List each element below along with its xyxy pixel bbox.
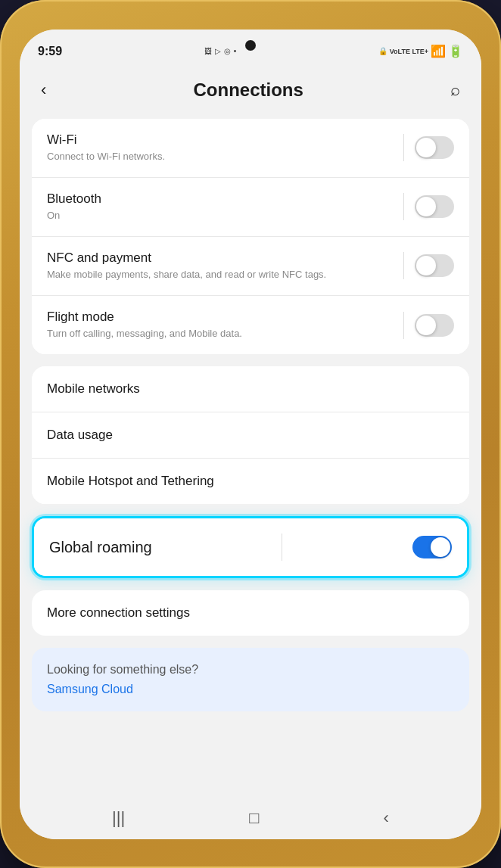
bluetooth-title: Bluetooth: [47, 191, 393, 207]
dot-indicator: •: [234, 47, 237, 55]
bluetooth-divider: [403, 193, 404, 220]
global-roaming-divider: [282, 534, 282, 561]
flight-divider: [403, 312, 404, 339]
nfc-divider: [403, 252, 404, 279]
flight-title: Flight mode: [47, 310, 393, 325]
battery-icon: 🔋: [448, 44, 463, 58]
photo-icon: 🖼: [204, 47, 212, 55]
back-button[interactable]: ‹: [35, 74, 52, 106]
content-area: Wi-Fi Connect to Wi-Fi networks. Bluetoo…: [20, 113, 481, 797]
more-settings-item[interactable]: More connection settings: [32, 590, 469, 636]
wifi-info: Wi-Fi Connect to Wi-Fi networks.: [47, 132, 393, 163]
camera-notch: [245, 40, 256, 51]
header: ‹ Connections ⌕: [20, 67, 481, 113]
looking-section: Looking for something else? Samsung Clou…: [32, 648, 469, 711]
bluetooth-info: Bluetooth On: [47, 191, 393, 222]
home-button[interactable]: □: [237, 802, 271, 834]
flight-mode-item[interactable]: Flight mode Turn off calling, messaging,…: [32, 296, 469, 354]
network-list-group: Mobile networks Data usage Mobile Hotspo…: [32, 366, 469, 504]
samsung-cloud-link[interactable]: Samsung Cloud: [47, 683, 454, 696]
wifi-divider: [403, 134, 404, 161]
nfc-info: NFC and payment Make mobile payments, sh…: [47, 250, 393, 282]
signal-icon: 📶: [431, 44, 446, 58]
nfc-item[interactable]: NFC and payment Make mobile payments, sh…: [32, 237, 469, 296]
global-roaming-container: Global roaming: [32, 516, 469, 578]
more-settings-group: More connection settings: [32, 590, 469, 636]
search-button[interactable]: ⌕: [444, 74, 466, 106]
global-roaming-title: Global roaming: [49, 539, 152, 556]
nfc-title: NFC and payment: [47, 250, 393, 266]
navigation-bar: ||| □ ‹: [20, 797, 481, 839]
bluetooth-status: On: [47, 209, 393, 222]
sim-icon: 🔒: [378, 47, 387, 55]
global-roaming-toggle[interactable]: [412, 536, 452, 558]
bluetooth-item[interactable]: Bluetooth On: [32, 178, 469, 237]
flight-subtitle: Turn off calling, messaging, and Mobile …: [47, 327, 393, 341]
voip-icon: ◎: [224, 47, 231, 55]
data-usage-item[interactable]: Data usage: [32, 412, 469, 459]
wifi-title: Wi-Fi: [47, 132, 393, 148]
recents-button[interactable]: |||: [100, 802, 137, 834]
back-nav-button[interactable]: ‹: [372, 802, 401, 834]
hotspot-tethering-item[interactable]: Mobile Hotspot and Tethering: [32, 459, 469, 504]
play-icon: ▷: [215, 47, 221, 55]
phone-screen: 9:59 🖼 ▷ ◎ • 🔒 VoLTE LTE+ 📶 🔋 ‹ Connecti…: [20, 30, 481, 839]
status-icons-left: 🖼 ▷ ◎ •: [204, 47, 237, 55]
nfc-toggle[interactable]: [415, 254, 454, 277]
mobile-networks-item[interactable]: Mobile networks: [32, 366, 469, 412]
wifi-subtitle: Connect to Wi-Fi networks.: [47, 150, 393, 163]
flight-toggle[interactable]: [415, 314, 454, 337]
global-roaming-item[interactable]: Global roaming: [34, 518, 467, 576]
status-time: 9:59: [38, 45, 62, 58]
phone-frame: 9:59 🖼 ▷ ◎ • 🔒 VoLTE LTE+ 📶 🔋 ‹ Connecti…: [0, 0, 501, 868]
wifi-toggle[interactable]: [415, 136, 454, 159]
looking-title: Looking for something else?: [47, 663, 454, 677]
wifi-item[interactable]: Wi-Fi Connect to Wi-Fi networks.: [32, 119, 469, 178]
connection-settings-group: Wi-Fi Connect to Wi-Fi networks. Bluetoo…: [32, 119, 469, 355]
lte-badge: VoLTE LTE+: [390, 48, 428, 55]
bluetooth-toggle[interactable]: [415, 195, 454, 218]
nfc-subtitle: Make mobile payments, share data, and re…: [47, 268, 393, 282]
status-icons-right: 🔒 VoLTE LTE+ 📶 🔋: [378, 44, 463, 58]
flight-info: Flight mode Turn off calling, messaging,…: [47, 310, 393, 341]
page-title: Connections: [193, 79, 303, 101]
